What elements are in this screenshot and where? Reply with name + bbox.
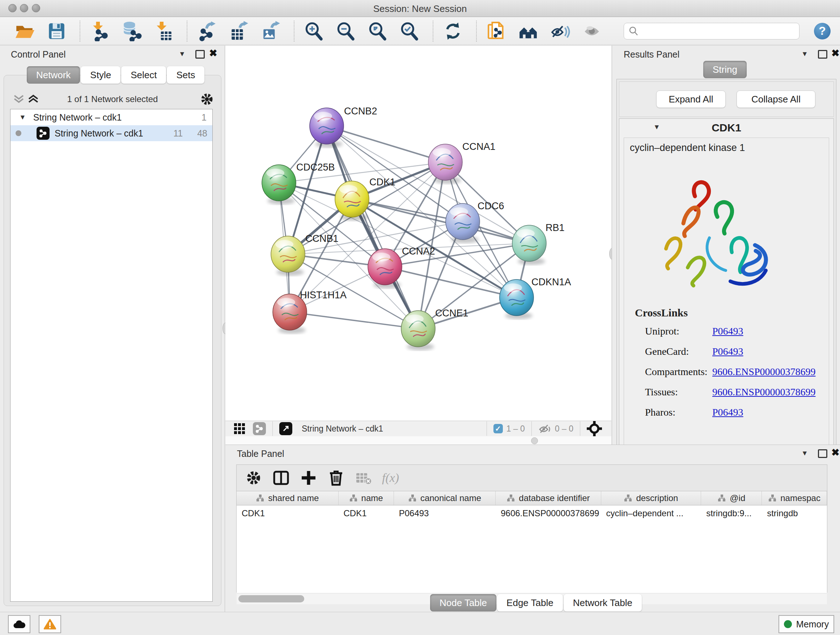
scrollbar-thumb[interactable] bbox=[238, 595, 304, 602]
horizontal-splitter[interactable] bbox=[225, 436, 611, 445]
control-panel-close-icon[interactable]: ✖ bbox=[209, 48, 218, 59]
table-panel-close-icon[interactable]: ✖ bbox=[831, 447, 840, 458]
export-image-icon[interactable] bbox=[261, 21, 281, 41]
crosslink-label: Tissues: bbox=[645, 386, 712, 398]
crosslink-link[interactable]: P06493 bbox=[712, 325, 744, 337]
first-neighbors-icon[interactable] bbox=[518, 21, 538, 41]
cloud-button[interactable] bbox=[8, 615, 30, 633]
tab-network[interactable]: Network bbox=[27, 66, 80, 84]
network-edge[interactable] bbox=[290, 312, 418, 329]
network-node-label: CDK1 bbox=[369, 177, 395, 187]
zoom-in-icon[interactable] bbox=[304, 21, 324, 41]
network-collection-row[interactable]: ▼ String Network – cdk1 1 bbox=[11, 109, 212, 125]
export-network-icon[interactable] bbox=[197, 21, 217, 41]
crosslink-label: Uniprot: bbox=[645, 325, 712, 337]
import-network-database-icon[interactable] bbox=[122, 21, 142, 41]
tab-sets[interactable]: Sets bbox=[167, 66, 204, 84]
node-gloss bbox=[504, 283, 522, 292]
tab-style[interactable]: Style bbox=[81, 66, 120, 84]
clone-network-icon[interactable] bbox=[486, 21, 507, 41]
results-panel-menu-icon[interactable]: ▼ bbox=[801, 50, 808, 58]
export-table-icon[interactable] bbox=[229, 21, 249, 41]
toolbar-separator bbox=[80, 21, 80, 42]
node-details-box: ▼ CDK1 cyclin–dependent kinase 1 bbox=[619, 119, 834, 484]
import-table-file-icon[interactable] bbox=[153, 21, 174, 41]
results-panel-float-icon[interactable] bbox=[818, 50, 827, 59]
crosslink-label: Pharos: bbox=[645, 407, 712, 418]
search-box bbox=[624, 23, 799, 40]
open-session-icon[interactable] bbox=[14, 21, 35, 41]
tab-select[interactable]: Select bbox=[121, 66, 166, 84]
table-panel-float-icon[interactable] bbox=[818, 449, 827, 458]
control-panel: Control Panel ▼ ✖ NetworkStyleSelectSets… bbox=[0, 46, 225, 612]
column-header-namespac[interactable]: namespac bbox=[762, 491, 827, 505]
pan-crosshair-icon[interactable] bbox=[587, 421, 602, 436]
crosslinks-title: CrossLinks bbox=[635, 307, 688, 319]
column-header-name[interactable]: name bbox=[339, 491, 394, 505]
table-row[interactable]: CDK1CDK1P064939606.ENSP00000378699cyclin… bbox=[237, 505, 827, 521]
crosslink-link[interactable]: P06493 bbox=[712, 346, 744, 357]
table-settings-gear-icon[interactable] bbox=[245, 469, 263, 487]
control-panel-float-icon[interactable] bbox=[195, 50, 205, 59]
show-all-icon[interactable] bbox=[582, 21, 602, 41]
crosslink-link[interactable]: 9606.ENSP00000378699 bbox=[712, 386, 815, 398]
show-columns-icon[interactable] bbox=[272, 469, 290, 487]
hidden-eye-icon bbox=[538, 423, 551, 434]
crosslink-link[interactable]: 9606.ENSP00000378699 bbox=[712, 366, 815, 378]
tab-node-table[interactable]: Node Table bbox=[430, 594, 496, 611]
tab-string[interactable]: String bbox=[703, 61, 747, 78]
refresh-icon[interactable] bbox=[443, 21, 463, 41]
zoom-out-icon[interactable] bbox=[336, 21, 356, 41]
node-gloss bbox=[339, 185, 357, 194]
network-row-selected[interactable]: String Network – cdk1 11 48 bbox=[11, 125, 212, 141]
control-panel-menu-icon[interactable]: ▼ bbox=[179, 50, 186, 58]
node-gloss bbox=[450, 207, 468, 216]
table-cell: stringdb:9... bbox=[701, 505, 762, 521]
column-header--id[interactable]: @id bbox=[701, 491, 762, 505]
splitter-handle[interactable] bbox=[531, 437, 538, 444]
results-panel-close-icon[interactable]: ✖ bbox=[831, 48, 840, 59]
warnings-button[interactable] bbox=[39, 615, 61, 633]
memory-button[interactable]: Memory bbox=[778, 615, 834, 633]
network-edge[interactable] bbox=[327, 126, 445, 162]
table-body: CDK1CDK1P064939606.ENSP00000378699cyclin… bbox=[237, 505, 827, 593]
table-panel-menu-icon[interactable]: ▼ bbox=[801, 449, 808, 457]
expand-all-button[interactable]: Expand All bbox=[656, 90, 726, 108]
tab-edge-table[interactable]: Edge Table bbox=[497, 594, 563, 611]
toolbar-separator bbox=[486, 421, 487, 436]
detach-view-icon[interactable] bbox=[279, 422, 292, 435]
crosslink-link[interactable]: P06493 bbox=[712, 407, 744, 418]
delete-table-icon bbox=[355, 469, 373, 487]
crosslink-row: Compartments:9606.ENSP00000378699 bbox=[645, 362, 826, 382]
column-header-shared-name[interactable]: shared name bbox=[237, 491, 339, 505]
toolbar-separator bbox=[476, 21, 477, 42]
crosslink-row: Pharos:P06493 bbox=[645, 402, 826, 423]
selected-checkbox-icon[interactable]: ✓ bbox=[493, 424, 503, 433]
gear-icon[interactable] bbox=[200, 92, 214, 106]
search-input[interactable] bbox=[638, 26, 785, 36]
grid-view-icon[interactable] bbox=[233, 423, 246, 435]
import-network-file-icon[interactable] bbox=[90, 21, 110, 41]
zoom-fit-icon[interactable] bbox=[368, 21, 388, 41]
network-view-share-icon[interactable] bbox=[253, 422, 266, 435]
network-view-title: String Network – cdk1 bbox=[302, 424, 383, 434]
network-canvas[interactable]: CCNB2CCNA1CDC25BCDK1CDC6RB1CCNB1CCNA2CDK… bbox=[225, 46, 611, 421]
column-header-canonical-name[interactable]: canonical name bbox=[394, 491, 496, 505]
node-gloss bbox=[406, 315, 424, 323]
zoom-selected-icon[interactable] bbox=[399, 21, 420, 41]
delete-column-icon[interactable] bbox=[327, 469, 345, 487]
network-edge[interactable] bbox=[385, 267, 516, 298]
save-session-icon[interactable] bbox=[46, 21, 66, 41]
column-header-database-identifier[interactable]: database identifier bbox=[496, 491, 601, 505]
add-column-icon[interactable] bbox=[300, 469, 317, 487]
hide-selected-icon[interactable] bbox=[550, 21, 570, 41]
collapse-all-button[interactable]: Collapse All bbox=[737, 90, 815, 108]
crosslinks-list: Uniprot:P06493GeneCard:P06493Compartment… bbox=[645, 321, 826, 423]
tab-network-table[interactable]: Network Table bbox=[564, 594, 642, 611]
table-cell: 9606.ENSP00000378699 bbox=[496, 505, 601, 521]
column-header-description[interactable]: description bbox=[601, 491, 701, 505]
help-button[interactable]: ? bbox=[814, 23, 831, 40]
collection-expand-icon[interactable]: ▼ bbox=[19, 113, 26, 121]
crosslink-row: GeneCard:P06493 bbox=[645, 341, 826, 362]
node-gloss bbox=[516, 229, 535, 238]
